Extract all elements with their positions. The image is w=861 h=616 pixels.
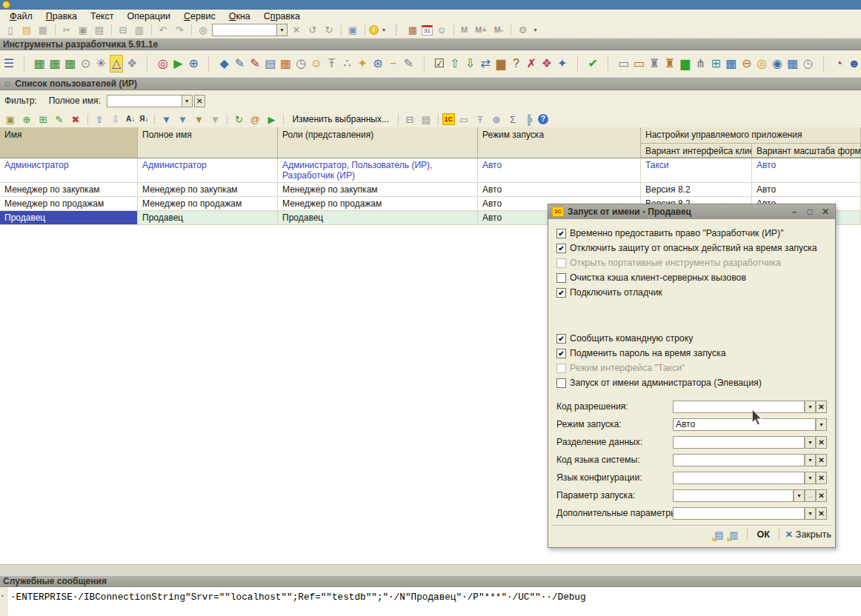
move-down-icon[interactable]: ⇩	[108, 113, 123, 127]
separator[interactable]	[141, 55, 154, 73]
filter-by-value-icon[interactable]: ▼	[175, 113, 190, 127]
redo-icon[interactable]: ↷	[172, 23, 187, 37]
clock-off-icon[interactable]: ◷	[802, 55, 815, 73]
db-gear-icon[interactable]: ⊛	[489, 113, 504, 127]
globe-icon[interactable]: ⊕	[187, 55, 200, 73]
calculator-icon[interactable]: ▦	[405, 23, 420, 37]
navigate-icon[interactable]: ◆	[218, 55, 231, 73]
table-delete-icon[interactable]: ✗	[525, 55, 538, 73]
field-input[interactable]	[673, 507, 805, 520]
pencil-clock-icon[interactable]: ✎	[402, 55, 416, 73]
undo-icon[interactable]: ↶	[156, 23, 170, 37]
zoom-box-icon[interactable]: ◎	[156, 55, 170, 73]
separator[interactable]	[280, 113, 286, 127]
maximize-icon[interactable]: □	[804, 207, 816, 217]
close-icon[interactable]: ✕	[820, 207, 831, 217]
filter-clear-icon[interactable]: ▼	[207, 113, 222, 127]
checkbox-report-command-line[interactable]: ✔ Сообщить командную строку	[556, 331, 827, 346]
edit-icon[interactable]: ✎	[52, 113, 67, 127]
find-icon[interactable]: ◎	[196, 23, 210, 37]
table-check-icon[interactable]: ☑	[433, 55, 446, 73]
print-icon[interactable]: ⊟	[116, 23, 130, 37]
dropdown-icon[interactable]: ▼	[794, 489, 805, 502]
save-settings-icon[interactable]: ▤	[711, 528, 726, 541]
menu-service[interactable]: Сервис	[177, 11, 222, 21]
ok-button[interactable]: ОК	[754, 529, 772, 540]
open-file-icon[interactable]: ▤	[19, 23, 34, 37]
menu-help[interactable]: Справка	[257, 11, 307, 21]
clear-icon[interactable]: ✕	[816, 454, 827, 466]
separator[interactable]	[151, 113, 157, 127]
options-dots-icon[interactable]: ∴	[341, 55, 354, 73]
help-icon[interactable]: ?	[538, 114, 548, 124]
save-icon[interactable]: ▦	[36, 23, 50, 37]
column-header-scale-variant[interactable]: Вариант масштаба форм ..	[752, 144, 861, 158]
script-edit-icon[interactable]: ✎	[248, 55, 262, 73]
cut-icon[interactable]: ✂	[59, 23, 74, 37]
filter-folder-icon[interactable]: ▼	[191, 113, 206, 127]
dropdown-icon[interactable]: ▼	[805, 472, 816, 484]
edit-object-icon[interactable]: ✎	[233, 55, 246, 73]
user-blue-icon[interactable]: ☻	[848, 55, 861, 73]
checkbox-taxi-interface-mode[interactable]: Режим интерфейса "Такси"	[556, 361, 827, 375]
refresh-icon[interactable]: ↻	[231, 113, 246, 127]
dropdown-icon[interactable]: ▼	[805, 401, 816, 413]
clear-icon[interactable]: ✕	[816, 472, 827, 484]
separator[interactable]	[395, 113, 401, 127]
checkbox-box[interactable]	[556, 364, 566, 373]
metadata-k-icon[interactable]: ▦	[64, 55, 77, 73]
add-icon[interactable]: ⊕	[19, 113, 34, 127]
tape-icon[interactable]: ▭	[617, 55, 631, 73]
print-data-icon[interactable]: ⊟	[402, 113, 417, 127]
delete-icon[interactable]: ✖	[68, 113, 83, 127]
column-header-full-name[interactable]: Полное имя	[138, 127, 278, 158]
field-input[interactable]	[673, 436, 805, 449]
onec-v8-icon[interactable]: 1С	[442, 113, 455, 125]
dropdown-icon[interactable]: ▼	[805, 454, 816, 466]
bug-icon[interactable]: ✳	[94, 55, 107, 73]
search-input[interactable]	[212, 24, 277, 36]
chart-bars-icon[interactable]: ▆	[679, 55, 692, 73]
user-orange-icon[interactable]: ☺	[310, 55, 323, 73]
field-input[interactable]	[673, 454, 805, 466]
menu-windows[interactable]: Окна	[222, 11, 257, 21]
checkbox-box[interactable]: ✔	[556, 349, 566, 358]
search-clear-icon[interactable]: ✕	[289, 23, 304, 37]
continue-icon[interactable]: ▶	[264, 113, 279, 127]
coins-icon[interactable]: ◎	[755, 55, 768, 73]
separator[interactable]	[188, 23, 194, 37]
separator[interactable]	[202, 55, 216, 73]
db-warn-icon[interactable]: ⊖	[740, 55, 754, 73]
search-dropdown-icon[interactable]: ▼	[277, 24, 287, 36]
info-dropdown-icon[interactable]: ▾	[380, 23, 388, 37]
memory-recall-icon[interactable]: M	[458, 23, 471, 37]
key-icon[interactable]: ⊙	[79, 55, 93, 73]
info-icon[interactable]: i	[369, 25, 379, 35]
checkbox-attach-debugger[interactable]: ✔ Подключить отладчик	[556, 285, 827, 300]
robot-icon[interactable]: ♜	[648, 55, 661, 73]
field-input[interactable]	[673, 472, 805, 484]
wrench-dropdown-icon[interactable]: ▾	[532, 23, 539, 37]
table-question-icon[interactable]: ?	[510, 55, 523, 73]
metadata-tree-icon[interactable]: ▦	[279, 55, 293, 73]
book-icon[interactable]: ▆	[494, 55, 508, 73]
checkbox-grant-developer-right[interactable]: ✔ Временно предоставить право "Разработч…	[556, 226, 827, 241]
user-lock-icon[interactable]: ☺	[434, 23, 449, 37]
checkbox-clear-client-server-cache[interactable]: Очистка кэша клиент-серверных вызовов	[556, 270, 827, 285]
filter-settings-icon[interactable]: ▼	[159, 113, 173, 127]
restore-settings-icon[interactable]: ▥	[726, 528, 741, 541]
minimize-icon[interactable]: –	[788, 207, 800, 217]
separator[interactable]	[148, 23, 154, 37]
checkbox-disable-danger-protection[interactable]: ✔ Отключить защиту от опасных действий н…	[556, 241, 827, 255]
dropdown-icon[interactable]: ▼	[805, 507, 816, 520]
menu-text[interactable]: Текст	[84, 11, 120, 21]
checkbox-substitute-password[interactable]: ✔ Подменить пароль на время запуска	[556, 346, 827, 361]
menu-edit[interactable]: Правка	[39, 11, 84, 21]
separator[interactable]	[18, 55, 31, 73]
separator[interactable]	[417, 55, 430, 73]
pin-icon[interactable]: Ŧ	[473, 113, 488, 127]
checkbox-box[interactable]: ✔	[556, 288, 566, 298]
memory-plus-icon[interactable]: M+	[472, 23, 490, 37]
checkbox-box[interactable]: ✔	[556, 334, 566, 344]
print-preview-icon[interactable]: ▥	[132, 23, 147, 37]
